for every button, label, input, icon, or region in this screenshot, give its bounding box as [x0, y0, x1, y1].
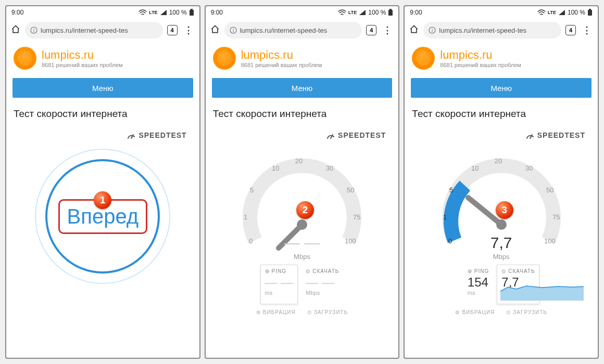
svg-rect-1	[191, 9, 193, 10]
menu-dots-icon[interactable]: ⋮	[182, 24, 195, 36]
svg-text:50: 50	[546, 186, 553, 194]
status-icons: LTE 100 %	[139, 9, 194, 16]
info-icon: i	[30, 27, 37, 34]
phone-frame-1: 9:00 LTE 100 % i lumpics.ru/internet-spe…	[5, 5, 200, 359]
status-time: 9:00	[211, 9, 223, 16]
battery-icon	[587, 9, 593, 16]
url-text: lumpics.ru/internet-speed-tes	[41, 27, 128, 34]
info-icon: i	[230, 27, 237, 34]
site-menu-button[interactable]: Меню	[411, 78, 592, 98]
ping-box: ⊚PING 154 ms	[463, 265, 494, 304]
svg-text:100: 100	[345, 237, 356, 245]
gauge-value: 7,7	[490, 234, 512, 252]
net-label: LTE	[548, 10, 556, 15]
gauge-icon	[326, 131, 335, 139]
download-chart	[500, 283, 584, 301]
url-bar[interactable]: i lumpics.ru/internet-speed-tes	[25, 22, 163, 38]
download-icon: ⊙	[501, 268, 506, 274]
battery-label: 100 %	[568, 9, 585, 16]
secondary-metrics: ⊚ВИБРАЦИЯ ⊙ЗАГРУЗИТЬ	[446, 306, 557, 320]
gauge-unit: Mbps	[294, 253, 310, 261]
site-title: lumpics.ru	[440, 48, 521, 62]
status-icons: LTE 100 %	[338, 9, 393, 16]
speedtest-brand: SPEEDTEST	[206, 122, 399, 144]
jitter-icon: ⊚	[455, 309, 460, 315]
menu-dots-icon[interactable]: ⋮	[580, 24, 594, 36]
svg-text:0: 0	[249, 237, 253, 245]
site-logo-icon	[213, 47, 236, 70]
url-text: lumpics.ru/internet-speed-tes	[240, 27, 328, 34]
ping-icon: ⊚	[265, 268, 270, 274]
battery-label: 100 %	[169, 9, 187, 16]
go-area: 1 Вперед	[6, 144, 199, 358]
svg-text:5: 5	[250, 186, 254, 194]
speedtest-brand: SPEEDTEST	[405, 122, 598, 144]
svg-point-19	[297, 219, 307, 230]
speedtest-brand: SPEEDTEST	[6, 122, 199, 144]
wifi-icon	[537, 9, 546, 16]
svg-text:75: 75	[353, 213, 360, 221]
battery-icon	[388, 9, 393, 16]
svg-text:100: 100	[544, 237, 556, 245]
jitter-icon: ⊚	[256, 309, 261, 315]
signal-icon	[160, 9, 167, 16]
phone-frame-3: 9:00 LTE 100 % i lumpics.ru/internet-spe…	[404, 5, 599, 359]
status-bar: 9:00 LTE 100 %	[6, 6, 199, 19]
svg-text:i: i	[432, 28, 433, 33]
upload-icon: ⊙	[506, 309, 511, 315]
site-menu-button[interactable]: Меню	[212, 78, 393, 98]
page-title: Тест скорости интернета	[405, 101, 598, 122]
svg-text:i: i	[233, 28, 234, 33]
svg-text:5: 5	[449, 186, 453, 194]
info-icon: i	[429, 27, 436, 34]
tab-count[interactable]: 4	[565, 25, 576, 35]
go-button[interactable]: 1 Вперед	[45, 159, 160, 274]
svg-text:30: 30	[525, 164, 533, 172]
site-subtitle: 8681 решений ваших проблем	[241, 62, 322, 68]
download-icon: ⊙	[306, 268, 310, 274]
upload-icon: ⊙	[307, 309, 312, 315]
site-logo-icon	[412, 47, 435, 70]
gauge-area: 0 1 5 10 20 30 50 75 100 3 7,7 Mbps ⊚PIN…	[405, 144, 598, 358]
svg-rect-0	[190, 10, 194, 16]
svg-text:75: 75	[552, 213, 560, 221]
home-icon[interactable]	[409, 24, 419, 37]
svg-text:10: 10	[471, 164, 479, 172]
status-time: 9:00	[11, 9, 23, 16]
svg-text:1: 1	[244, 213, 247, 221]
home-icon[interactable]	[210, 24, 220, 37]
browser-toolbar: i lumpics.ru/internet-speed-tes 4 ⋮	[206, 19, 399, 42]
svg-text:20: 20	[494, 157, 501, 165]
svg-point-34	[496, 219, 507, 230]
home-icon[interactable]	[10, 24, 21, 37]
svg-text:10: 10	[272, 164, 279, 172]
svg-rect-6	[389, 9, 392, 10]
step-badge-2: 2	[296, 201, 314, 219]
svg-rect-5	[388, 10, 393, 16]
net-label: LTE	[348, 10, 357, 15]
svg-rect-21	[589, 9, 591, 10]
gauge-icon	[526, 131, 534, 139]
phone-frame-2: 9:00 LTE 100 % i lumpics.ru/internet-spe…	[205, 5, 400, 359]
site-menu-button[interactable]: Меню	[12, 78, 193, 98]
tab-count[interactable]: 4	[167, 25, 178, 35]
battery-label: 100 %	[368, 9, 386, 16]
url-bar[interactable]: i lumpics.ru/internet-speed-tes	[224, 22, 362, 38]
site-header: lumpics.ru 8681 решений ваших проблем	[405, 42, 598, 75]
svg-rect-20	[588, 10, 592, 16]
url-text: lumpics.ru/internet-speed-tes	[439, 27, 526, 34]
svg-text:20: 20	[295, 157, 303, 165]
status-bar: 9:00 LTE 100 %	[206, 6, 399, 19]
signal-icon	[359, 9, 366, 16]
url-bar[interactable]: i lumpics.ru/internet-speed-tes	[423, 22, 561, 38]
step-badge-1: 1	[94, 191, 111, 209]
ping-icon: ⊚	[468, 268, 472, 274]
page-title: Тест скорости интернета	[206, 101, 399, 122]
tab-count[interactable]: 4	[366, 25, 376, 35]
metrics-row: ⊚PING — — ms ⊙СКАЧАТЬ — — Mbps	[255, 261, 349, 306]
menu-dots-icon[interactable]: ⋮	[381, 24, 394, 36]
status-time: 9:00	[410, 9, 422, 16]
svg-text:0: 0	[448, 237, 452, 245]
svg-text:i: i	[33, 28, 34, 33]
gauge-icon	[127, 131, 135, 139]
